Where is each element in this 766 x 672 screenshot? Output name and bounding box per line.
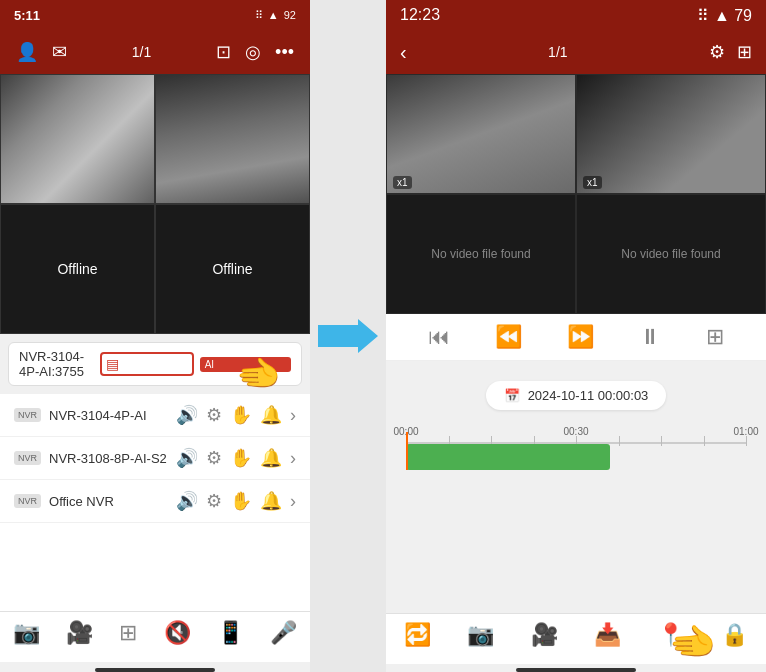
cam-cell-1: x1 [386,74,576,194]
camera-cell-top-left [0,74,155,204]
tick-8 [746,436,747,446]
device-item-2[interactable]: NVR Office NVR 🔊 ⚙ ✋ 🔔 › [0,480,310,523]
grid-icon: ⠿ [255,9,263,22]
device-tag-1: NVR [14,451,41,465]
device-search-name: NVR-3104-4P-AI:3755 [19,349,100,379]
timeline-ruler[interactable]: 00:00 00:30 01:00 [406,426,746,476]
arrow-container [310,0,386,672]
tick-7 [704,436,705,446]
bottom-toolbar-wrapper: 🔁 📷 🎥 📥 📍 🔒 🫲 [386,613,766,672]
rewind-button[interactable]: ⏪ [495,324,522,350]
device-controls-2: 🔊 ⚙ ✋ 🔔 › [176,490,296,512]
fast-forward-button[interactable]: ⏩ [567,324,594,350]
chevron-1: › [290,448,296,469]
bottom-toolbar-right: 🔁 📷 🎥 📥 📍 🔒 [386,613,766,664]
mic-bottom-icon[interactable]: 🎤 [270,620,297,646]
phone-bottom-icon[interactable]: 📱 [217,620,244,646]
bottom-bar-left: 📷 🎥 ⊞ 🔇 📱 🎤 [0,611,310,662]
settings-icon-right[interactable]: ⚙ [709,41,725,63]
tick-6 [661,436,662,446]
speaker-icon-1: 🔊 [176,447,198,469]
back-button[interactable]: ‹ [400,41,407,64]
speaker-icon-2: 🔊 [176,490,198,512]
speaker-icon-0: 🔊 [176,404,198,426]
top-bar-right: ‹ 1/1 ⚙ ⊞ [386,30,766,74]
device-name-1: NVR-3108-8P-AI-S2 [49,451,176,466]
expand-icon-right[interactable]: ⊞ [737,41,752,63]
top-bar-left-icons: 👤 ✉ [16,41,67,63]
device-name-2: Office NVR [49,494,176,509]
zoom-badge-2: x1 [583,176,602,189]
directional-arrow [318,319,378,353]
device-search-bar[interactable]: NVR-3104-4P-AI:3755 ▤ AI 🫲 [8,342,302,386]
camera-grid-right: x1 x1 No video file found No video file … [386,74,766,314]
zoom-badge-1: x1 [393,176,412,189]
no-video-label-1: No video file found [431,247,530,261]
eye-icon[interactable]: ◎ [245,41,261,63]
bell-icon-0: 🔔 [260,404,282,426]
camera-cell-offline-2: Offline [155,204,310,334]
mail-icon[interactable]: ✉ [52,41,67,63]
top-right-action-icons: ⚙ ⊞ [709,41,752,63]
home-indicator-left [95,668,215,672]
pause-button[interactable]: ⏸ [639,324,661,350]
settings-icon-1: ⚙ [206,447,222,469]
battery-right: 79 [734,7,752,24]
settings-icon-2: ⚙ [206,490,222,512]
calendar-icon: 📅 [504,388,520,403]
download-toolbar-icon[interactable]: 📥 [594,622,621,648]
camera-toolbar-icon[interactable]: 📷 [467,622,494,648]
left-panel: 5:11 ⠿ ▲ 92 👤 ✉ 1/1 ⊡ ◎ ••• Offline [0,0,310,672]
wifi-icon: ▲ [268,9,279,21]
playback-controls: ⏮ ⏪ ⏩ ⏸ ⊞ [386,314,766,361]
top-bar-right-icons: ⊡ ◎ ••• [216,41,294,63]
status-icons-right: ⠿ ▲ 79 [697,6,752,25]
sync-icon[interactable]: 🔁 [404,622,431,648]
grid-bottom-icon[interactable]: ⊞ [119,620,137,646]
device-item-1[interactable]: NVR NVR-3108-8P-AI-S2 🔊 ⚙ ✋ 🔔 › [0,437,310,480]
counter-left: 1/1 [132,44,151,60]
cam-cell-no-video-1: No video file found [386,194,576,314]
timeline-section: 📅 2024-10-11 00:00:03 00:00 00:30 01:00 [386,361,766,613]
cast-icon[interactable]: ⊡ [216,41,231,63]
hand-icon-0: ✋ [230,404,252,426]
bell-icon-1: 🔔 [260,447,282,469]
more-icon[interactable]: ••• [275,42,294,63]
device-controls-0: 🔊 ⚙ ✋ 🔔 › [176,404,296,426]
timeline-cursor[interactable] [406,432,408,470]
device-tag-0: NVR [14,408,41,422]
cam-cell-no-video-2: No video file found [576,194,766,314]
skip-start-button[interactable]: ⏮ [428,324,450,350]
tick-5 [619,436,620,446]
lock-toolbar-icon[interactable]: 🔒 [721,622,748,648]
hand-icon-1: ✋ [230,447,252,469]
camera-cell-offline-1: Offline [0,204,155,334]
device-item-0[interactable]: NVR NVR-3104-4P-AI 🔊 ⚙ ✋ 🔔 › [0,394,310,437]
video-toolbar-icon[interactable]: 🎥 [531,622,558,648]
offline-label-2: Offline [212,261,252,277]
settings-icon-0: ⚙ [206,404,222,426]
battery-left: 92 [284,9,296,21]
time-left: 5:11 [14,8,40,23]
status-bar-left: 5:11 ⠿ ▲ 92 [0,0,310,30]
grid-icon-right: ⠿ [697,7,709,24]
right-panel: 12:23 ⠿ ▲ 79 ‹ 1/1 ⚙ ⊞ x1 x1 No video fi… [386,0,766,672]
datetime-pill[interactable]: 📅 2024-10-11 00:00:03 [486,381,667,410]
layout-button[interactable]: ⊞ [706,324,724,350]
top-bar-left: 👤 ✉ 1/1 ⊡ ◎ ••• [0,30,310,74]
record-icon[interactable]: ▤ [100,352,193,376]
time-right: 12:23 [400,6,440,24]
home-indicator-right [516,668,636,672]
ai-badge: AI [200,357,291,372]
cam-image-2 [577,75,765,193]
cam-image-1 [387,75,575,193]
person-icon[interactable]: 👤 [16,41,38,63]
chevron-2: › [290,491,296,512]
camera-bottom-icon[interactable]: 📷 [13,620,40,646]
camera-grid-left: Offline Offline [0,74,310,334]
no-video-label-2: No video file found [621,247,720,261]
video-bottom-icon[interactable]: 🎥 [66,620,93,646]
mute-bottom-icon[interactable]: 🔇 [164,620,191,646]
chevron-0: › [290,405,296,426]
pin-toolbar-icon[interactable]: 📍 [657,622,684,648]
